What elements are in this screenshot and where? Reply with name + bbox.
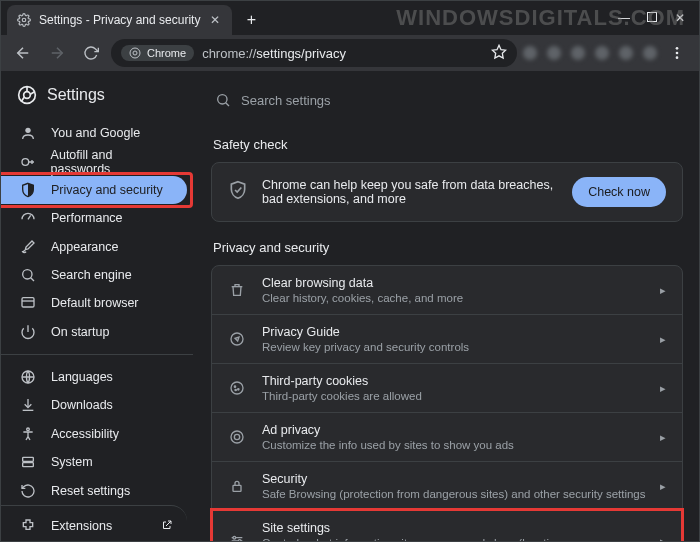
search-settings-input[interactable]: Search settings <box>211 92 331 108</box>
safety-check-card: Chrome can help keep you safe from data … <box>211 162 683 222</box>
svg-point-23 <box>234 434 239 439</box>
forward-button[interactable] <box>43 39 71 67</box>
svg-point-20 <box>234 386 235 387</box>
row-title: Third-party cookies <box>262 374 646 388</box>
sidebar-item-label: Privacy and security <box>51 183 163 197</box>
row-title: Security <box>262 472 646 486</box>
sidebar-item-label: Accessibility <box>51 427 119 441</box>
minimize-button[interactable]: — <box>617 11 631 25</box>
row-ad-privacy[interactable]: Ad privacyCustomize the info used by sit… <box>212 412 682 461</box>
privacy-security-list: Clear browsing dataClear history, cookie… <box>211 265 683 541</box>
tab-close-icon[interactable]: ✕ <box>208 13 222 27</box>
autofill-icon <box>19 153 37 171</box>
shield-icon <box>19 181 37 199</box>
sidebar-item-default-browser[interactable]: Default browser <box>1 289 187 317</box>
safety-check-heading: Safety check <box>213 137 683 152</box>
address-bar[interactable]: Chrome chrome://settings/privacy <box>111 39 517 67</box>
sidebar-item-languages[interactable]: Languages <box>1 363 187 391</box>
svg-point-14 <box>27 428 30 431</box>
chrome-chip-label: Chrome <box>147 47 186 59</box>
sidebar-item-label: Autofill and passwords <box>51 148 173 176</box>
sidebar-item-label: System <box>51 455 93 469</box>
sidebar-item-you-and-google[interactable]: You and Google <box>1 119 187 147</box>
search-icon <box>19 266 37 284</box>
row-sub: Clear history, cookies, cache, and more <box>262 292 646 304</box>
chevron-right-icon: ▸ <box>660 535 668 542</box>
bookmark-star-icon[interactable] <box>491 44 507 63</box>
extension-icon <box>19 517 37 535</box>
new-tab-button[interactable]: + <box>238 7 264 33</box>
sidebar-item-appearance[interactable]: Appearance <box>1 233 187 261</box>
sidebar-item-label: Extensions <box>51 519 112 533</box>
speed-icon <box>19 209 37 227</box>
row-title: Site settings <box>262 521 646 535</box>
menu-button[interactable] <box>663 39 691 67</box>
svg-point-9 <box>25 128 30 133</box>
safety-check-text: Chrome can help keep you safe from data … <box>262 178 558 206</box>
window-titlebar: Settings - Privacy and security ✕ + — ✕ <box>1 1 699 35</box>
row-site-settings[interactable]: Site settingsControls what information s… <box>212 510 682 541</box>
extension-icons-blurred <box>523 46 657 60</box>
back-button[interactable] <box>9 39 37 67</box>
svg-point-26 <box>233 536 236 539</box>
row-privacy-guide[interactable]: Privacy GuideReview key privacy and secu… <box>212 314 682 363</box>
sidebar-item-search-engine[interactable]: Search engine <box>1 261 187 289</box>
privacy-security-heading: Privacy and security <box>213 240 683 255</box>
chevron-right-icon: ▸ <box>660 333 668 346</box>
sidebar-item-label: Downloads <box>51 398 113 412</box>
svg-point-2 <box>133 51 137 55</box>
browser-tab[interactable]: Settings - Privacy and security ✕ <box>7 5 232 35</box>
row-sub: Review key privacy and security controls <box>262 341 646 353</box>
sliders-icon <box>226 533 248 541</box>
settings-sidebar: Settings You and Google Autofill and pas… <box>1 71 193 541</box>
svg-point-4 <box>676 47 679 50</box>
svg-point-10 <box>22 158 29 165</box>
sidebar-item-privacy-security[interactable]: Privacy and security <box>1 176 187 204</box>
reload-button[interactable] <box>77 39 105 67</box>
svg-point-22 <box>235 389 236 390</box>
svg-point-19 <box>231 382 243 394</box>
reset-icon <box>19 482 37 500</box>
svg-rect-16 <box>23 463 34 467</box>
sidebar-item-autofill[interactable]: Autofill and passwords <box>1 147 187 175</box>
row-security[interactable]: SecuritySafe Browsing (protection from d… <box>212 461 682 510</box>
sidebar-item-extensions[interactable]: Extensions <box>1 505 187 541</box>
sidebar-item-label: Reset settings <box>51 484 130 498</box>
chrome-chip: Chrome <box>121 45 194 61</box>
sidebar-item-on-startup[interactable]: On startup <box>1 318 187 346</box>
url-text: chrome://settings/privacy <box>202 46 346 61</box>
row-third-party-cookies[interactable]: Third-party cookiesThird-party cookies a… <box>212 363 682 412</box>
chevron-right-icon: ▸ <box>660 431 668 444</box>
trash-icon <box>226 282 248 298</box>
close-button[interactable]: ✕ <box>673 11 687 25</box>
sidebar-item-downloads[interactable]: Downloads <box>1 391 187 419</box>
lock-icon <box>226 478 248 494</box>
sidebar-item-label: You and Google <box>51 126 140 140</box>
sidebar-item-reset[interactable]: Reset settings <box>1 476 187 504</box>
sidebar-item-label: Search engine <box>51 268 132 282</box>
sidebar-item-label: On startup <box>51 325 109 339</box>
chevron-right-icon: ▸ <box>660 480 668 493</box>
svg-rect-15 <box>23 458 34 462</box>
download-icon <box>19 396 37 414</box>
svg-point-21 <box>238 389 239 390</box>
compass-icon <box>226 331 248 347</box>
sidebar-item-label: Default browser <box>51 296 139 310</box>
check-now-button[interactable]: Check now <box>572 177 666 207</box>
search-placeholder: Search settings <box>241 93 331 108</box>
row-clear-browsing-data[interactable]: Clear browsing dataClear history, cookie… <box>212 266 682 314</box>
svg-rect-12 <box>22 298 34 307</box>
shield-check-icon <box>228 180 248 204</box>
sidebar-item-accessibility[interactable]: Accessibility <box>1 420 187 448</box>
row-title: Clear browsing data <box>262 276 646 290</box>
svg-point-17 <box>218 95 227 104</box>
system-icon <box>19 453 37 471</box>
settings-title: Settings <box>47 86 105 104</box>
default-browser-icon <box>19 294 37 312</box>
sidebar-item-performance[interactable]: Performance <box>1 204 187 232</box>
svg-point-18 <box>231 333 243 345</box>
chevron-right-icon: ▸ <box>660 284 668 297</box>
sidebar-item-system[interactable]: System <box>1 448 187 476</box>
maximize-button[interactable] <box>645 11 659 25</box>
window-controls: — ✕ <box>617 11 693 25</box>
